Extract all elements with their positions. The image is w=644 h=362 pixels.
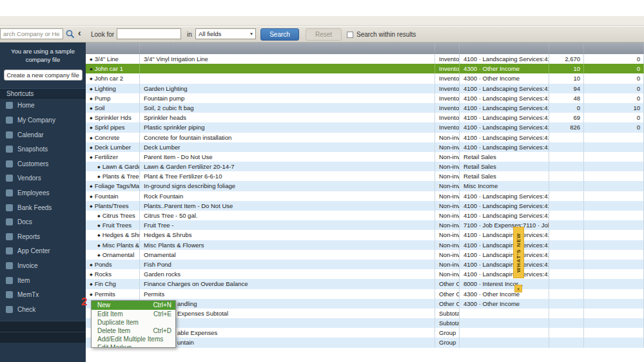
item-total-quantity: 10: [549, 73, 584, 83]
reset-button[interactable]: Reset: [306, 28, 342, 41]
column-header[interactable]: [435, 43, 460, 54]
column-header[interactable]: [140, 43, 435, 54]
sidebar-footer-tab[interactable]: [0, 332, 86, 343]
sidebar-item[interactable]: Invoice: [0, 258, 86, 273]
table-row[interactable]: ◆Lighting Garden Lighting Inventory ... …: [86, 84, 644, 93]
item-description: In-ground signs describing foliage: [140, 181, 435, 191]
column-header[interactable]: [460, 43, 549, 54]
item-type: Subtotal: [435, 318, 460, 328]
item-account: 4100 · Landscaping Services:411...: [460, 103, 549, 113]
menu-item-label: Edit Markup...: [97, 343, 137, 348]
table-row[interactable]: ◆Fountain Rock Fountain Non-inve... 4100…: [86, 191, 644, 201]
sidebar-item[interactable]: Check: [0, 302, 86, 317]
item-name: Fruit Trees: [102, 222, 132, 229]
column-header[interactable]: [86, 43, 140, 54]
item-account: 4100 · Landscaping Services:411...: [460, 230, 549, 240]
table-row[interactable]: ◆Lawn & Garden Lawn & Garden Fertilizer …: [86, 162, 644, 171]
sidebar-item[interactable]: Item: [0, 273, 86, 288]
sidebar-item[interactable]: Home: [0, 99, 86, 113]
table-row[interactable]: ◆Misc Plants & ... Misc Plants & Flowers…: [86, 240, 644, 250]
item-description: Garden Lighting: [140, 84, 435, 93]
table-row[interactable]: ◆Fin Chg Finance Charges on Overdue Bala…: [86, 279, 644, 289]
sidebar-item[interactable]: MemTx: [0, 287, 86, 302]
sidebar-item[interactable]: Vendors: [0, 171, 86, 186]
table-row[interactable]: ◆Rocks Garden rocks Non-inve... 4100 · L…: [86, 269, 644, 279]
field-select[interactable]: All fields ▾: [195, 28, 256, 39]
employees-icon: [6, 189, 13, 196]
sidebar-footer-tab[interactable]: [0, 321, 86, 332]
item-total-quantity: [549, 309, 584, 318]
item-description: Soil, 2 cubic ft bag: [140, 103, 435, 113]
table-row[interactable]: ◆Concrete Concrete for fountain installa…: [86, 133, 644, 142]
table-row[interactable]: ◆Sprinkler Hds Sprinkler heads Inventory…: [86, 113, 644, 122]
sidebar-footer: [0, 321, 86, 343]
item-description: Lawn & Garden Fertilizer 20-14-7: [140, 162, 435, 171]
sidebar-item[interactable]: Employees: [0, 186, 86, 200]
item-total-quantity: [549, 211, 584, 220]
item-name: Misc Plants & ...: [102, 242, 140, 249]
item-account: 4300 · Other Income: [460, 73, 549, 83]
item-on-sales-order: 0: [584, 122, 644, 132]
item-type: Non-inve...: [435, 230, 460, 240]
item-description: Hedges & Shrubs: [140, 230, 435, 240]
item-on-sales-order: [584, 201, 644, 211]
collapse-sidebar-icon[interactable]: ‹: [78, 28, 81, 38]
table-row[interactable]: ◆Soil Soil, 2 cubic ft bag Inventory ...…: [86, 103, 644, 113]
menu-item-label: Add/Edit Multiple Items: [97, 335, 163, 343]
sidebar-item[interactable]: Calendar: [0, 128, 86, 142]
table-row[interactable]: ◆Deck Lumber Deck Lumber Non-inve... 410…: [86, 142, 644, 152]
sidebar-nav: Home My Company Calendar Snapshots Custo…: [0, 99, 86, 317]
search-button[interactable]: Search: [260, 28, 299, 41]
table-row[interactable]: ◆Fruit Trees Fruit Tree - Non-inve... 71…: [86, 220, 644, 230]
sidebar-item[interactable]: My Company: [0, 113, 86, 128]
sidebar-item[interactable]: Docs: [0, 214, 86, 229]
step-annotation: 2: [81, 296, 87, 309]
column-header[interactable]: [549, 43, 584, 54]
table-row[interactable]: ◆Plants/Trees Plants..Parent Item - Do N…: [86, 201, 644, 211]
table-row[interactable]: ◆Ornamental Ornamental Non-inve... 4100 …: [86, 250, 644, 260]
context-menu-item[interactable]: Add/Edit Multiple Items: [92, 335, 175, 343]
table-row[interactable]: ◆Citrus Trees Citrus Tree - 50 gal. Non-…: [86, 211, 644, 220]
item-name: Permits: [95, 291, 115, 298]
item-type: Inventory ...: [435, 122, 460, 132]
table-row[interactable]: ◆Sprkl pipes Plastic sprinkler piping In…: [86, 122, 644, 132]
diamond-bullet-icon: ◆: [90, 155, 93, 159]
table-row[interactable]: ◆3/4" Line 3/4" Vinyl Irrigation Line In…: [86, 54, 644, 64]
context-menu-item[interactable]: Delete Item Ctrl+D: [92, 327, 175, 335]
item-name-cell: ◆Rocks: [86, 269, 140, 279]
item-description: [140, 318, 435, 328]
sidebar-item[interactable]: Customers: [0, 157, 86, 171]
context-menu-item[interactable]: Edit Markup...: [92, 343, 175, 348]
table-row[interactable]: ◆Pump Fountain pump Inventory ... 4100 ·…: [86, 93, 644, 103]
whats-new-close-icon[interactable]: x: [514, 285, 522, 292]
sidebar-item[interactable]: Bank Feeds: [0, 200, 86, 215]
item-account: 4100 · Landscaping Services:411...: [460, 269, 549, 279]
table-row[interactable]: ◆Permits Permits Other Ch... 4300 · Othe…: [86, 289, 644, 299]
context-menu-item[interactable]: Duplicate Item: [92, 318, 175, 327]
table-row[interactable]: ◆Fertilizer Parent Item - Do Not Use Non…: [86, 152, 644, 162]
context-menu-item[interactable]: Edit Item Ctrl+E: [92, 310, 175, 318]
table-row[interactable]: ◆Plants & Trees Plant & Tree Fertilizer …: [86, 171, 644, 181]
table-row[interactable]: ◆Hedges & Shr... Hedges & Shrubs Non-inv…: [86, 230, 644, 240]
search-within-results-checkbox[interactable]: [347, 32, 353, 38]
table-row[interactable]: ◆Ponds Fish Pond Non-inve... 4100 · Land…: [86, 260, 644, 269]
look-for-input[interactable]: [117, 28, 181, 39]
table-row[interactable]: ◆John car 2 Inventory ... 4300 · Other I…: [86, 73, 644, 83]
company-search-input[interactable]: [0, 28, 63, 39]
context-menu-item[interactable]: New Ctrl+N: [92, 301, 175, 310]
table-row[interactable]: ◆Foliage Tags/Mar... In-ground signs des…: [86, 181, 644, 191]
column-header[interactable]: [584, 43, 644, 54]
sidebar-item[interactable]: App Center: [0, 244, 86, 259]
table-row[interactable]: ◆John car 1 Inventory ... 4300 · Other I…: [86, 64, 644, 73]
diamond-bullet-icon: ◆: [90, 282, 93, 286]
whats-new-tab[interactable]: WHAT'S NEW: [513, 227, 524, 278]
sidebar-item[interactable]: Reports: [0, 229, 86, 244]
item-account: 4100 · Landscaping Services:411...: [460, 122, 549, 132]
create-company-button[interactable]: Create a new company file: [4, 70, 83, 81]
item-account: 4300 · Other Income: [460, 289, 549, 299]
diamond-bullet-icon: ◆: [90, 57, 93, 61]
sidebar-item[interactable]: Snapshots: [0, 142, 86, 157]
item-name-cell: ◆John car 1: [86, 64, 140, 73]
search-icon[interactable]: [65, 29, 75, 39]
vendors-icon: [6, 175, 13, 182]
